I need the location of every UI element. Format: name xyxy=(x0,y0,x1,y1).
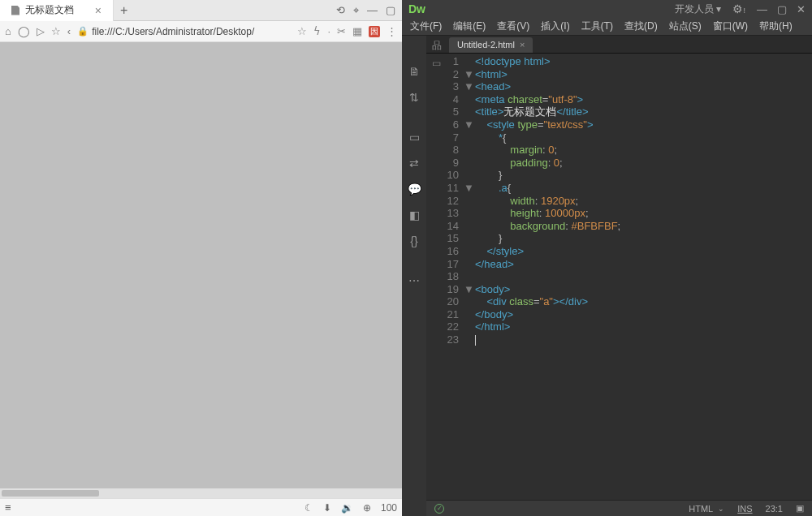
back-icon[interactable]: ‹ xyxy=(67,25,71,37)
menu-tools[interactable]: 工具(T) xyxy=(581,19,613,33)
stop-icon[interactable]: ▷ xyxy=(37,25,45,37)
star-icon[interactable]: ☆ xyxy=(51,25,61,37)
new-tab-button[interactable]: + xyxy=(114,3,134,18)
volume-icon[interactable]: 🔉 xyxy=(341,502,353,514)
menu-help[interactable]: 帮助(H) xyxy=(759,19,793,33)
file-tab-label: Untitled-2.html xyxy=(457,40,515,49)
rate-star-icon[interactable]: ☆ xyxy=(297,25,307,37)
win-close-icon[interactable]: ✕ xyxy=(797,3,806,15)
win-minimize-icon[interactable]: — xyxy=(757,3,767,15)
url-field[interactable]: 🔒 file:///C:/Users/Administrator/Desktop… xyxy=(77,26,291,37)
browser-tab[interactable]: 无标题文档 × xyxy=(0,0,114,21)
caret xyxy=(475,335,476,346)
browser-hscrollbar[interactable] xyxy=(0,488,402,498)
dw-menubar: 文件(F) 编辑(E) 查看(V) 插入(I) 工具(T) 查找(D) 站点(S… xyxy=(402,18,812,36)
addr-right-icons: ☆ ϟ · ✂ ▦ 因 ⋮ xyxy=(297,25,397,37)
download-icon[interactable]: ⬇ xyxy=(323,502,331,514)
home-icon[interactable]: ⌂ xyxy=(5,25,11,37)
preview-icon[interactable]: ▭ xyxy=(432,58,441,69)
tool-code-icon[interactable]: {} xyxy=(410,234,417,247)
more-icon[interactable]: ⋮ xyxy=(387,25,397,37)
file-tab-row: 品 ▭ Untitled-2.html × xyxy=(426,36,812,54)
compass-icon[interactable]: ⌖ xyxy=(353,4,359,17)
dw-logo: Dw xyxy=(408,2,425,15)
bolt-icon[interactable]: ϟ xyxy=(313,25,321,37)
editor-area: 品 ▭ Untitled-2.html × 123456789101112131… xyxy=(426,36,812,516)
status-screen-icon[interactable]: ▣ xyxy=(796,503,804,514)
tool-filter-icon[interactable]: ⇅ xyxy=(409,91,419,104)
tool-more-icon[interactable]: ⋯ xyxy=(408,274,420,287)
url-text: file:///C:/Users/Administrator/Desktop/ xyxy=(92,26,254,37)
menu-window[interactable]: 窗口(W) xyxy=(713,19,748,33)
tab-title: 无标题文档 xyxy=(25,3,74,17)
ext-badge-icon[interactable]: 因 xyxy=(369,26,380,37)
sync-icon[interactable]: ⟲ xyxy=(336,4,345,17)
qr-icon[interactable]: ▦ xyxy=(352,25,362,37)
moon-icon[interactable]: ☾ xyxy=(304,502,313,514)
status-lang[interactable]: HTML xyxy=(689,504,713,514)
zoom-value: 100 xyxy=(381,502,397,514)
settings-gear-icon[interactable]: ⚙! xyxy=(732,2,745,15)
browser-tabstrip: 无标题文档 × + ⟲ ⌖ — ▢ xyxy=(0,0,402,21)
status-ok-icon[interactable]: ✓ xyxy=(434,504,444,514)
tool-link-icon[interactable]: ⇄ xyxy=(409,157,419,170)
file-tab-close-icon[interactable]: × xyxy=(520,40,525,49)
file-tab[interactable]: Untitled-2.html × xyxy=(449,37,533,53)
tool-device-icon[interactable]: ▭ xyxy=(409,131,420,144)
dw-statusbar: ✓ HTML⌄ INS 23:1 ▣ xyxy=(426,500,812,516)
menu-insert[interactable]: 插入(I) xyxy=(541,19,569,33)
lock-icon: 🔒 xyxy=(77,26,89,37)
browser-pane: 无标题文档 × + ⟲ ⌖ — ▢ ⌂ ◯ ▷ ☆ ‹ 🔒 file:///C:… xyxy=(0,0,402,516)
menu-site[interactable]: 站点(S) xyxy=(669,19,702,33)
code-content[interactable]: <!doctype html><html><head><meta charset… xyxy=(475,55,812,500)
browser-address-bar: ⌂ ◯ ▷ ☆ ‹ 🔒 file:///C:/Users/Administrat… xyxy=(0,21,402,42)
tool-file-icon[interactable]: 🗎 xyxy=(408,65,420,78)
page-icon xyxy=(11,6,19,15)
workspace-switcher[interactable]: 开发人员 ▾ xyxy=(675,2,721,16)
split-icon[interactable]: 品 xyxy=(432,39,442,53)
tool-guide-icon[interactable]: ◧ xyxy=(409,209,420,221)
dw-vertical-toolbar: 🗎 ⇅ ▭ ⇄ 💬 ◧ {} ⋯ xyxy=(402,36,426,516)
app-root: 无标题文档 × + ⟲ ⌖ — ▢ ⌂ ◯ ▷ ☆ ‹ 🔒 file:///C:… xyxy=(0,0,812,516)
menu-icon[interactable]: ≡ xyxy=(5,501,11,514)
menu-view[interactable]: 查看(V) xyxy=(497,19,529,33)
status-pos: 23:1 xyxy=(766,504,783,514)
close-tab-icon[interactable]: × xyxy=(95,5,102,16)
menu-edit[interactable]: 编辑(E) xyxy=(453,19,486,33)
browser-window-controls: ⟲ ⌖ — ▢ xyxy=(336,4,402,17)
win-maximize-icon[interactable]: ▢ xyxy=(777,3,787,15)
tool-comment-icon[interactable]: 💬 xyxy=(408,183,421,196)
browser-viewport xyxy=(0,42,402,488)
minimize-icon[interactable]: — xyxy=(367,4,378,17)
status-ins[interactable]: INS xyxy=(737,504,752,514)
dw-titlebar: Dw 开发人员 ▾ ⚙! — ▢ ✕ xyxy=(402,0,812,18)
line-gutter: 1234567891011121314151617181920212223 xyxy=(426,55,464,500)
scissors-icon[interactable]: ✂ xyxy=(337,25,346,37)
menu-find[interactable]: 查找(D) xyxy=(624,19,658,33)
maximize-icon[interactable]: ▢ xyxy=(386,4,395,17)
fold-gutter: ▼▼▼▼▼ xyxy=(464,55,475,500)
zoom-icon[interactable]: ⊕ xyxy=(363,502,371,514)
browser-statusbar: ≡ ☾ ⬇ 🔉 ⊕ 100 xyxy=(0,498,402,516)
dreamweaver-pane: Dw 开发人员 ▾ ⚙! — ▢ ✕ 文件(F) 编辑(E) 查看(V) 插入(… xyxy=(402,0,812,516)
sep: · xyxy=(327,25,330,37)
reload-icon[interactable]: ◯ xyxy=(18,25,30,37)
menu-file[interactable]: 文件(F) xyxy=(410,19,442,33)
code-editor[interactable]: 1234567891011121314151617181920212223 ▼▼… xyxy=(426,54,812,500)
scroll-thumb[interactable] xyxy=(2,490,99,497)
